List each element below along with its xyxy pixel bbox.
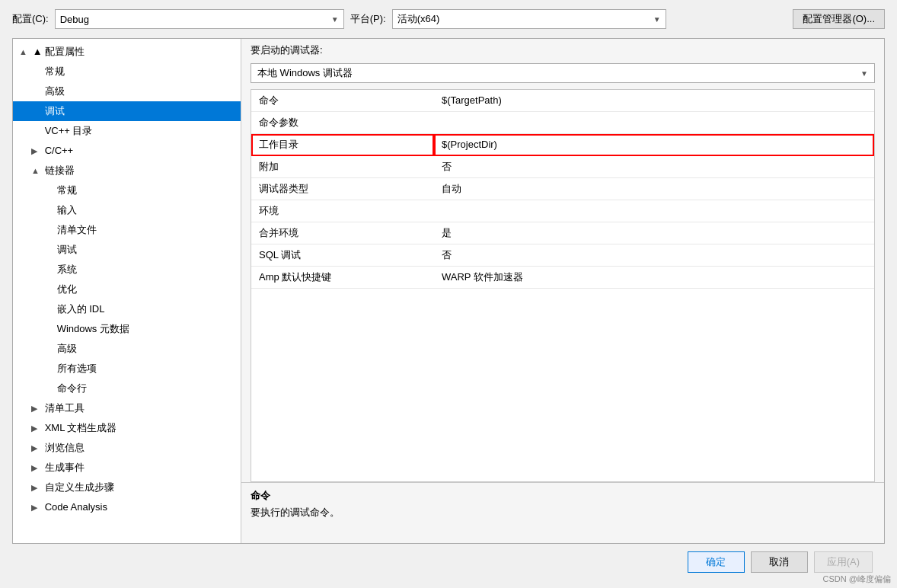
table-row[interactable]: 工作目录$(ProjectDir)	[251, 134, 874, 156]
tree-item-linker-changgui[interactable]: 常规	[13, 181, 241, 200]
prop-value[interactable]: WARP 软件加速器	[434, 267, 874, 289]
tree-item-linker-system[interactable]: 系统	[13, 260, 241, 280]
prop-name: 附加	[251, 156, 434, 178]
config-value: Debug	[60, 14, 89, 25]
prop-value[interactable]: 否	[434, 156, 874, 178]
tree-item-linker-winmeta[interactable]: Windows 元数据	[13, 319, 241, 339]
platform-label: 平台(P):	[350, 12, 386, 26]
config-manager-button[interactable]: 配置管理器(O)...	[793, 9, 885, 29]
config-dropdown-arrow: ▼	[331, 15, 339, 24]
tree-root-label: ▲ 配置属性	[33, 46, 85, 57]
prop-value[interactable]: $(ProjectDir)	[434, 134, 874, 156]
prop-name: 命令参数	[251, 112, 434, 134]
tree-item-xmldoc[interactable]: ▶ XML 文档生成器	[13, 418, 241, 438]
debugger-dropdown[interactable]: 本地 Windows 调试器 ▼	[251, 63, 875, 83]
prop-name: 调试器类型	[251, 178, 434, 200]
tree-item-cpp[interactable]: ▶ C/C++	[13, 141, 241, 161]
debugger-label: 要启动的调试器:	[251, 44, 323, 56]
description-title: 命令	[251, 489, 875, 503]
prop-value[interactable]	[434, 112, 874, 134]
cancel-button[interactable]: 取消	[751, 551, 808, 573]
prop-value[interactable]: 否	[434, 244, 874, 267]
tree-item-linker-idl[interactable]: 嵌入的 IDL	[13, 299, 241, 319]
config-dropdown[interactable]: Debug ▼	[55, 9, 344, 29]
tree-item-manifesttool[interactable]: ▶ 清单工具	[13, 398, 241, 418]
tree-item-linker-alloptions[interactable]: 所有选项	[13, 359, 241, 379]
debugger-value: 本地 Windows 调试器	[257, 66, 353, 80]
tree-item-changgui[interactable]: 常规	[13, 62, 241, 81]
apply-button[interactable]: 应用(A)	[814, 551, 873, 573]
tree-item-code-analysis[interactable]: ▶ Code Analysis	[13, 497, 241, 517]
ok-button[interactable]: 确定	[688, 551, 745, 573]
tree-item-browse[interactable]: ▶ 浏览信息	[13, 438, 241, 458]
platform-dropdown-arrow: ▼	[653, 15, 661, 24]
tree-root[interactable]: ▲ ▲ 配置属性	[13, 42, 241, 62]
tree-item-build-events[interactable]: ▶ 生成事件	[13, 458, 241, 478]
properties-table: 命令$(TargetPath)命令参数工作目录$(ProjectDir)附加否调…	[251, 90, 874, 289]
prop-name: Amp 默认快捷键	[251, 267, 434, 289]
table-row[interactable]: 命令参数	[251, 112, 874, 134]
table-row[interactable]: 命令$(TargetPath)	[251, 90, 874, 112]
platform-dropdown[interactable]: 活动(x64) ▼	[392, 9, 666, 29]
tree-item-gaoji[interactable]: 高级	[13, 81, 241, 101]
tree-item-linker[interactable]: ▲ 链接器	[13, 161, 241, 181]
watermark: CSDN @峰度偏偏	[823, 574, 891, 585]
prop-value[interactable]: 是	[434, 222, 874, 244]
prop-name: 命令	[251, 90, 434, 112]
bottom-buttons: 确定 取消 应用(A)	[12, 544, 885, 579]
table-row[interactable]: SQL 调试否	[251, 244, 874, 267]
prop-value[interactable]: 自动	[434, 178, 874, 200]
tree-item-linker-debug[interactable]: 调试	[13, 240, 241, 260]
tree-item-linker-manifest[interactable]: 清单文件	[13, 220, 241, 240]
description-panel: 命令 要执行的调试命令。	[241, 482, 884, 543]
debugger-dropdown-arrow: ▼	[860, 69, 868, 78]
tree-item-linker-optimize[interactable]: 优化	[13, 280, 241, 299]
prop-value[interactable]: $(TargetPath)	[434, 90, 874, 112]
right-panel: 要启动的调试器: 本地 Windows 调试器 ▼ 命令$(TargetPath…	[241, 39, 884, 543]
prop-name: 环境	[251, 200, 434, 222]
config-label: 配置(C):	[12, 12, 49, 26]
tree-item-linker-advanced[interactable]: 高级	[13, 339, 241, 359]
tree-item-linker-input[interactable]: 输入	[13, 200, 241, 220]
platform-value: 活动(x64)	[397, 12, 440, 26]
description-text: 要执行的调试命令。	[251, 506, 875, 519]
table-row[interactable]: Amp 默认快捷键WARP 软件加速器	[251, 267, 874, 289]
tree-item-custom-build[interactable]: ▶ 自定义生成步骤	[13, 478, 241, 497]
prop-name: SQL 调试	[251, 244, 434, 267]
prop-name: 工作目录	[251, 134, 434, 156]
table-row[interactable]: 环境	[251, 200, 874, 222]
tree-expand-root: ▲	[19, 43, 28, 60]
table-row[interactable]: 合并环境是	[251, 222, 874, 244]
prop-value[interactable]	[434, 200, 874, 222]
left-tree-panel: ▲ ▲ 配置属性 常规 高级 调试 VC++ 目录 ▶ C/C++	[13, 39, 241, 543]
tree-item-linker-cmdline[interactable]: 命令行	[13, 379, 241, 398]
table-row[interactable]: 附加否	[251, 156, 874, 178]
tree-item-tiaoshi[interactable]: 调试	[13, 101, 241, 121]
table-row[interactable]: 调试器类型自动	[251, 178, 874, 200]
properties-table-container: 命令$(TargetPath)命令参数工作目录$(ProjectDir)附加否调…	[251, 89, 875, 482]
tree-item-vcpp[interactable]: VC++ 目录	[13, 121, 241, 141]
prop-name: 合并环境	[251, 222, 434, 244]
